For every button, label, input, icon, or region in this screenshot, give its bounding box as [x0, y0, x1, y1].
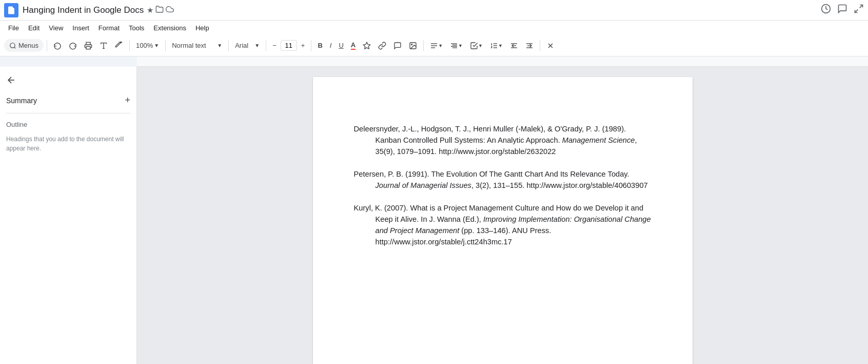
menu-view[interactable]: View [45, 23, 67, 33]
font-size-decrease[interactable]: − [269, 40, 280, 51]
separator-6 [311, 40, 311, 51]
sidebar-summary-title: Summary [6, 97, 37, 105]
menu-bar: File Edit View Insert Format Tools Exten… [0, 21, 868, 35]
star-icon[interactable]: ★ [147, 6, 153, 15]
ruler: // Will render ruler marks via JS below [137, 56, 868, 67]
document-area[interactable]: Deleersnyder, J.-L., Hodgson, T. J., Hen… [137, 67, 868, 364]
svg-line-2 [855, 10, 858, 13]
svg-line-4 [14, 47, 16, 48]
top-bar: Hanging Indent in Google Docs ★ [0, 0, 868, 21]
redo-button[interactable] [66, 40, 80, 52]
undo-button[interactable] [50, 40, 65, 52]
font-dropdown[interactable]: Arial ▼ [232, 40, 263, 51]
spell-check-button[interactable] [96, 40, 111, 52]
text-color-button[interactable]: A [348, 39, 359, 52]
sidebar-divider [6, 113, 130, 113]
menu-tools[interactable]: Tools [125, 23, 148, 33]
menu-help[interactable]: Help [191, 23, 213, 33]
separator-2 [129, 40, 130, 51]
svg-line-1 [860, 5, 863, 8]
font-size-display[interactable]: 11 [281, 40, 297, 51]
cloud-icon[interactable] [166, 5, 174, 15]
menu-edit[interactable]: Edit [24, 23, 44, 33]
svg-point-3 [10, 43, 15, 47]
separator-3 [165, 40, 166, 51]
paint-format-button[interactable] [112, 40, 126, 52]
indent-decrease-button[interactable] [507, 40, 521, 52]
separator-5 [266, 40, 266, 51]
zoom-button[interactable]: 100% ▼ [133, 40, 162, 51]
document-content: Deleersnyder, J.-L., Hodgson, T. J., Hen… [354, 123, 652, 247]
sidebar-outline-title: Outline [0, 118, 136, 131]
sidebar: Summary + Outline Headings that you add … [0, 67, 137, 364]
bold-button[interactable]: B [314, 40, 325, 51]
sidebar-summary-header: Summary + [0, 92, 136, 109]
reference-3: Kuryl, K. (2007). What is a Project Mana… [354, 202, 652, 247]
document-page[interactable]: Deleersnyder, J.-L., Hodgson, T. J., Hen… [313, 77, 693, 364]
underline-button[interactable]: U [336, 40, 346, 51]
link-button[interactable] [375, 40, 389, 52]
menu-file[interactable]: File [4, 23, 23, 33]
app-icon [4, 3, 18, 17]
sidebar-back-button[interactable] [0, 73, 136, 92]
reference-2: Petersen, P. B. (1991). The Evolution Of… [354, 168, 652, 191]
doc-title: Hanging Indent in Google Docs [23, 5, 144, 15]
history-icon[interactable] [821, 4, 831, 16]
back-icon [6, 75, 16, 88]
font-size-increase[interactable]: + [298, 40, 308, 51]
main-layout: Summary + Outline Headings that you add … [0, 67, 868, 364]
fullscreen-icon[interactable] [854, 4, 864, 16]
separator-8 [540, 40, 540, 51]
menu-format[interactable]: Format [94, 23, 124, 33]
menus-button[interactable]: Menus [4, 39, 44, 52]
svg-point-9 [411, 44, 412, 45]
svg-rect-28 [137, 56, 868, 67]
sidebar-add-button[interactable]: + [125, 95, 130, 106]
checklist-button[interactable]: ▼ [467, 40, 486, 52]
toolbar: Menus 100% ▼ Normal text ▼ [0, 35, 868, 56]
svg-rect-5 [86, 46, 90, 49]
menu-extensions[interactable]: Extensions [149, 23, 190, 33]
print-button[interactable] [81, 40, 95, 52]
comments-icon[interactable] [837, 4, 847, 16]
separator-1 [47, 40, 47, 51]
indent-increase-button[interactable] [522, 40, 537, 52]
image-button[interactable] [406, 40, 420, 52]
highlight-button[interactable] [360, 40, 374, 52]
align-button[interactable]: ▼ [427, 40, 446, 52]
italic-button[interactable]: I [327, 40, 335, 51]
menu-insert[interactable]: Insert [68, 23, 93, 33]
comment-insert-button[interactable] [390, 40, 405, 52]
style-dropdown[interactable]: Normal text ▼ [169, 40, 225, 51]
separator-7 [423, 40, 424, 51]
numbered-list-button[interactable]: ▼ [487, 40, 506, 52]
clear-formatting-button[interactable] [543, 40, 558, 52]
sidebar-outline-hint: Headings that you add to the document wi… [0, 131, 136, 156]
reference-1: Deleersnyder, J.-L., Hodgson, T. J., Hen… [354, 123, 652, 157]
top-right-icons [821, 4, 864, 16]
line-spacing-button[interactable]: ▼ [447, 40, 466, 52]
separator-4 [228, 40, 229, 51]
folder-icon[interactable] [155, 5, 164, 15]
